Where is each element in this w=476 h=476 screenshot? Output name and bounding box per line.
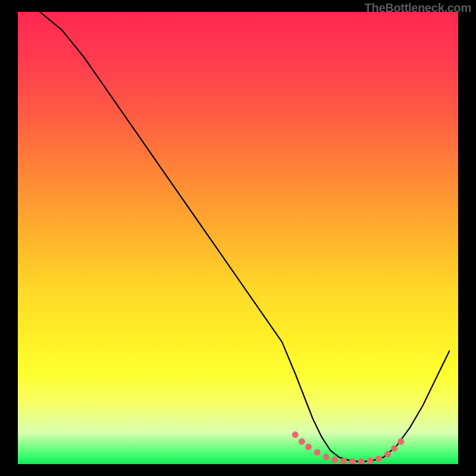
plot-area [18,12,458,464]
chart-svg [18,12,458,464]
marker-dot [340,458,347,464]
marker-dot [375,455,382,462]
attribution-text: TheBottleneck.com [365,1,471,15]
bottleneck-curve-line [40,12,449,461]
marker-dot [331,456,338,463]
marker-dot [397,439,404,445]
marker-dot [292,431,299,438]
marker-dot [323,453,330,460]
highlight-markers [292,431,405,464]
marker-dot [349,458,356,464]
marker-dot [358,458,365,464]
chart-container: TheBottleneck.com [0,0,476,476]
marker-dot [305,444,312,450]
marker-dot [391,445,397,452]
marker-dot [299,439,305,445]
marker-dot [384,451,391,458]
marker-dot [314,449,321,456]
marker-dot [367,457,374,464]
